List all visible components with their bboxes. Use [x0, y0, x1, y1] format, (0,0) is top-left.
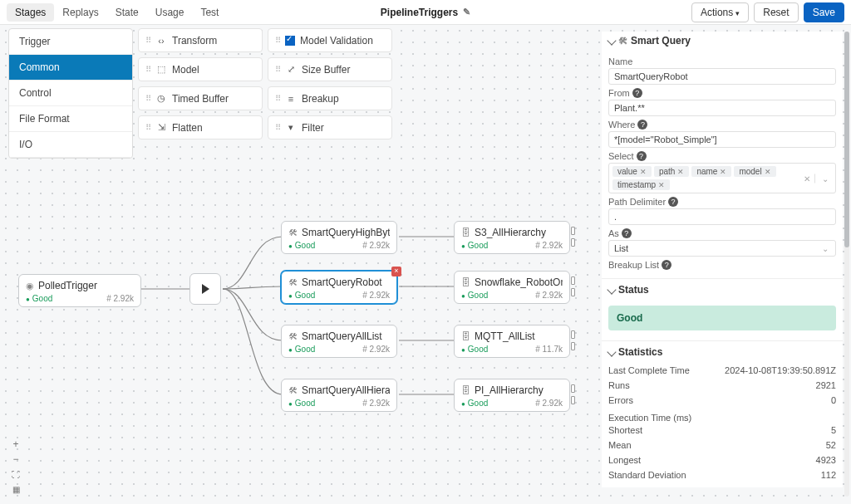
status-badge: Good: [461, 399, 488, 408]
node-snowflake[interactable]: 🗄Snowflake_RobotOnly Good# 2.92k: [454, 271, 570, 304]
reset-button[interactable]: Reset: [754, 2, 798, 22]
node-sq-alllist[interactable]: 🛠SmartQueryAllList Good# 2.92k: [281, 325, 397, 358]
stage-label: Transform: [172, 35, 217, 46]
stat-value: 2024-10-08T19:39:50.891Z: [725, 365, 836, 375]
help-icon[interactable]: ?: [662, 260, 671, 270]
wrench-icon: 🛠: [288, 385, 298, 395]
db-icon: 🗄: [461, 277, 470, 287]
db-icon: 🗄: [461, 331, 470, 341]
stage-label: Filter: [302, 122, 324, 134]
node-sq-robot[interactable]: × 🛠SmartQueryRobot Good# 2.92k: [281, 271, 397, 304]
chevron-down-icon[interactable]: [607, 36, 616, 45]
tag-path[interactable]: path✕: [654, 166, 689, 177]
node-polled-trigger[interactable]: ◉PolledTrigger Good# 2.92k: [18, 274, 141, 307]
actions-button[interactable]: Actions: [691, 2, 749, 22]
node-s3[interactable]: 🗄S3_AllHierarchy Good# 2.92k: [454, 221, 570, 254]
stage-label: Breakup: [302, 93, 339, 105]
stage-timed-buffer[interactable]: ⠿◷Timed Buffer: [138, 86, 263, 110]
grip-icon: ⠿: [275, 123, 280, 132]
node-title: SmartQueryAllHiera...: [302, 384, 390, 396]
node-mqtt[interactable]: 🗄MQTT_AllList Good# 11.7k: [454, 325, 570, 358]
count-label: # 2.92k: [535, 291, 563, 300]
count-label: # 2.92k: [362, 291, 390, 300]
help-icon[interactable]: ?: [632, 88, 642, 98]
delete-icon[interactable]: ×: [391, 267, 401, 276]
node-pi[interactable]: 🗄PI_AllHierarchy Good# 2.92k: [454, 379, 570, 412]
fit-button[interactable]: ⛶: [8, 467, 23, 481]
category-file-format[interactable]: File Format: [9, 106, 132, 132]
node-play[interactable]: [189, 273, 221, 305]
play-icon: [199, 282, 212, 296]
zoom-out-button[interactable]: −: [8, 453, 23, 466]
filter-icon: ▾: [285, 122, 297, 133]
delimiter-input[interactable]: .: [608, 208, 836, 225]
zoom-in-button[interactable]: +: [8, 438, 23, 451]
tag-timestamp[interactable]: timestamp✕: [612, 179, 670, 190]
as-label: As: [608, 228, 619, 238]
grip-icon: ⠿: [145, 65, 150, 74]
node-sq-allhier[interactable]: 🛠SmartQueryAllHiera... Good# 2.92k: [281, 379, 397, 412]
stage-size-buffer[interactable]: ⠿⤢Size Buffer: [268, 57, 392, 81]
node-sq-highbyte[interactable]: 🛠SmartQueryHighByte Good# 2.92k: [281, 221, 397, 254]
stage-label: Size Buffer: [302, 64, 350, 76]
tag-model[interactable]: model✕: [734, 166, 775, 177]
chevron-down-icon[interactable]: [607, 347, 616, 356]
tab-test[interactable]: Test: [192, 3, 227, 22]
as-select[interactable]: List⌄: [608, 240, 836, 257]
clock-icon: ◷: [155, 93, 167, 104]
chevron-down-icon[interactable]: [607, 285, 616, 294]
wrench-icon: 🛠: [288, 331, 298, 341]
grid-button[interactable]: ▦: [8, 482, 23, 496]
stat-value: 5: [831, 425, 836, 435]
stage-filter[interactable]: ⠿▾Filter: [268, 115, 392, 139]
stage-model-validation[interactable]: ⠿Model Validation: [268, 28, 392, 52]
status-badge: Good: [288, 399, 315, 408]
count-label: # 2.92k: [106, 294, 134, 303]
page-title: PipelineTriggers: [381, 7, 458, 18]
category-control[interactable]: Control: [9, 81, 132, 106]
close-icon[interactable]: ✕: [658, 181, 665, 189]
chevron-down-icon[interactable]: ⌄: [814, 174, 829, 183]
scrollbar[interactable]: [844, 32, 849, 497]
tab-state[interactable]: State: [107, 3, 147, 22]
help-icon[interactable]: ?: [622, 228, 632, 238]
tab-stages[interactable]: Stages: [7, 3, 54, 22]
where-input[interactable]: *[model="Robot_Simple"]: [608, 131, 836, 148]
category-common[interactable]: Common: [9, 55, 132, 81]
help-icon[interactable]: ?: [668, 197, 678, 207]
stat-value: 2921: [816, 380, 836, 390]
tag-name[interactable]: name✕: [691, 166, 731, 177]
count-label: # 2.92k: [362, 399, 390, 408]
close-icon[interactable]: ✕: [720, 168, 726, 176]
status-section-title: Status: [618, 284, 649, 296]
help-icon[interactable]: ?: [637, 151, 647, 161]
tab-replays[interactable]: Replays: [54, 3, 106, 22]
help-icon[interactable]: ?: [637, 120, 647, 130]
scrollbar-thumb[interactable]: [844, 32, 849, 247]
stage-breakup[interactable]: ⠿≡Breakup: [268, 86, 392, 110]
stage-flatten[interactable]: ⠿⇲Flatten: [138, 115, 263, 139]
node-title: SmartQueryRobot: [302, 276, 382, 288]
select-tags[interactable]: value✕ path✕ name✕ model✕ timestamp✕ ✕ ⌄: [608, 163, 836, 193]
from-input[interactable]: Plant.**: [608, 100, 836, 116]
stats-section-title: Statistics: [618, 346, 662, 358]
close-icon[interactable]: ✕: [677, 168, 684, 176]
category-trigger[interactable]: Trigger: [9, 29, 132, 55]
stage-model[interactable]: ⠿⬚Model: [138, 57, 263, 81]
status-badge: Good: [26, 294, 52, 303]
stat-value: 4923: [816, 455, 836, 465]
clear-icon[interactable]: ✕: [804, 174, 810, 183]
stage-label: Model Validation: [300, 35, 373, 46]
name-input[interactable]: SmartQueryRobot: [608, 68, 836, 85]
status-value: Good: [608, 306, 836, 330]
tab-usage[interactable]: Usage: [147, 3, 193, 22]
stage-label: Timed Buffer: [172, 93, 229, 105]
close-icon[interactable]: ✕: [765, 168, 771, 176]
edit-icon[interactable]: ✎: [463, 7, 470, 17]
tag-value[interactable]: value✕: [612, 166, 652, 177]
category-io[interactable]: I/O: [9, 132, 132, 158]
checkbox-icon: [285, 36, 295, 46]
save-button[interactable]: Save: [804, 2, 844, 22]
close-icon[interactable]: ✕: [640, 168, 647, 176]
stage-transform[interactable]: ⠿‹›Transform: [138, 28, 263, 52]
